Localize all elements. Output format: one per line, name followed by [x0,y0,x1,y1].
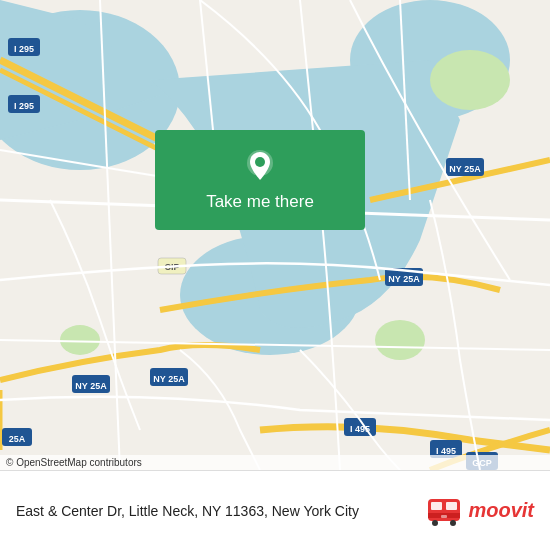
svg-point-6 [60,325,100,355]
footer: East & Center Dr, Little Neck, NY 11363,… [0,470,550,550]
svg-point-35 [432,520,438,526]
svg-text:NY 25A: NY 25A [388,274,420,284]
svg-text:NY 25A: NY 25A [449,164,481,174]
address-text: East & Center Dr, Little Neck, NY 11363,… [16,503,426,519]
svg-text:I 295: I 295 [14,44,34,54]
svg-point-4 [430,50,510,110]
svg-rect-33 [446,502,457,510]
navigate-button-container: Take me there [155,130,365,230]
svg-text:NY 25A: NY 25A [75,381,107,391]
svg-point-5 [375,320,425,360]
map-background: I 295 I 295 NY 25A NY 25A NY 25A NY 25A … [0,0,550,470]
map-container: I 295 I 295 NY 25A NY 25A NY 25A NY 25A … [0,0,550,470]
moovit-bus-icon [426,493,462,529]
svg-text:NY 25A: NY 25A [153,374,185,384]
map-pin-icon [242,148,278,184]
attribution-text: © OpenStreetMap contributors [6,457,142,468]
moovit-wordmark: moovit [468,499,534,522]
svg-text:I 295: I 295 [14,101,34,111]
map-attribution: © OpenStreetMap contributors [0,455,550,470]
svg-rect-37 [441,515,447,518]
take-me-there-button[interactable]: Take me there [155,130,365,230]
svg-point-30 [255,157,265,167]
take-me-there-label: Take me there [206,192,314,212]
svg-rect-32 [431,502,442,510]
moovit-logo: moovit [426,493,534,529]
svg-point-36 [450,520,456,526]
svg-text:25A: 25A [9,434,26,444]
